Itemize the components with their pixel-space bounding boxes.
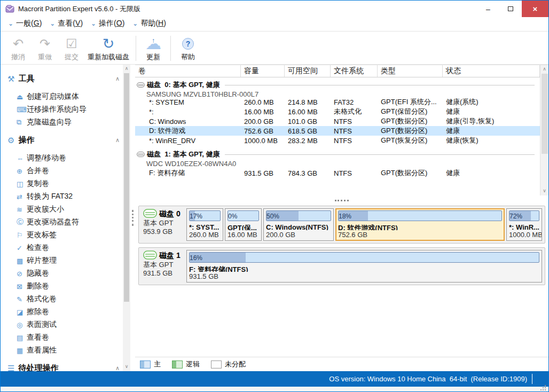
sidebar-item-change-drive-letter[interactable]: Ⓒ更改驱动器盘符 [1,216,123,229]
green-disk-icon [143,209,157,218]
operations-icon: ⚙ [7,136,14,145]
sidebar-item-resize-move-volume[interactable]: ⇔调整/移动卷 [1,152,123,164]
disk-1-info[interactable]: 磁盘 1 基本 GPT 931.5 GB [142,250,186,283]
sidebar: ⚒ 工具 ∧ ⏏创建可启动媒体 ⌨迁移操作系统向导 ⧉克隆磁盘向导 ⚙ 操作 ∧… [1,65,123,371]
menu-general[interactable]: ⌄一般(G) [5,18,46,30]
reload-disks-button[interactable]: ↻ 重新加载磁盘 [85,34,132,62]
column-volume[interactable]: 卷 [135,65,241,77]
table-row[interactable]: *:16.00 MB16.00 MB未格式化GPT(保留分区)健康 [135,107,540,116]
minimize-button[interactable]: – [477,1,499,17]
disk-group-header[interactable]: 磁盘 1: 基本 GPT, 健康 WDC WD10EZEX-08WN4A0 [135,147,540,167]
app-body: ⚒ 工具 ∧ ⏏创建可启动媒体 ⌨迁移操作系统向导 ⧉克隆磁盘向导 ⚙ 操作 ∧… [1,65,548,371]
disk-0-info[interactable]: 磁盘 0 基本 GPT 953.9 GB [142,208,186,241]
resize-grip[interactable] [545,389,546,390]
sidebar-item-clone-disk-wizard[interactable]: ⧉克隆磁盘向导 [1,116,123,129]
collapse-icon[interactable]: ∧ [115,75,120,82]
app-icon [5,5,14,13]
sidebar-item-wipe-volume[interactable]: ◪擦除卷 [1,305,123,318]
scroll-down-icon[interactable]: ∨ [125,364,129,370]
app-window: Macrorit Partition Expert v5.6.0 - 无限版 –… [0,0,549,392]
bottom-strip [1,387,548,391]
table-scrollbar[interactable]: ∧ ∨ [540,65,548,195]
table-row-selected[interactable]: D: 软件游戏752.6 GB618.5 GBNTFSGPT(数据分区)健康 [135,126,540,136]
sidebar-section-operations[interactable]: ⚙ 操作 ∧ [1,132,123,148]
surface-test-icon: ◎ [17,321,27,329]
partition-block-d-selected[interactable]: 18% D: 软件游戏(NTFS) 752.6 GB [335,208,505,241]
sidebar-item-surface-test[interactable]: ◎表面测试 [1,318,123,331]
toolbar-separator [170,36,171,61]
collapse-icon[interactable]: ∧ [115,137,120,144]
redo-icon: ↷ [40,34,50,51]
status-separator [532,374,532,384]
sidebar-section-tools[interactable]: ⚒ 工具 ∧ [1,71,123,87]
usage-bar: 17% [189,210,221,221]
scroll-down-icon[interactable]: ∨ [543,188,546,194]
column-capacity[interactable]: 容量 [241,65,285,77]
menu-view[interactable]: ⌄查看(V) [46,18,88,30]
check-volume-icon: ✓ [17,244,27,252]
partition-block-c[interactable]: 50% C: Windows(NTFS) 200.0 GB [263,208,334,241]
column-status[interactable]: 状态 [443,65,540,77]
disk-group-header[interactable]: 磁盘 0: 基本 GPT, 健康 SAMSUNG MZVLB1T0HBLR-00… [135,77,540,97]
sidebar-item-convert-to-fat32[interactable]: ⇄转换为 FAT32 [1,190,123,203]
sidebar-item-view-properties[interactable]: ▦查看属性 [1,344,123,357]
partition-block-system[interactable]: 17% *: SYST... 260.0 MB [186,208,223,241]
sidebar-item-change-label[interactable]: ⚐更改标签 [1,229,123,241]
sidebar-scrollbar-thumb[interactable] [124,73,129,302]
partition-block-f[interactable]: 16% F: 资料存储(NTFS) 931.5 GB [186,250,542,283]
chevron-down-icon: ⌄ [132,21,138,26]
sidebar-scrollbar[interactable]: ∧ ∨ [123,65,130,371]
table-row[interactable]: *: WinRE_DRV1000.0 MB283.2 MBNTFSGPT(恢复分… [135,136,540,145]
sidebar-item-hide-volume[interactable]: ⊘隐藏卷 [1,267,123,280]
sidebar-item-copy-volume[interactable]: ◫复制卷 [1,177,123,190]
column-type[interactable]: 类型 [378,65,443,77]
undo-icon: ↶ [13,34,23,51]
sidebar-item-migrate-os-wizard[interactable]: ⌨迁移操作系统向导 [1,103,123,116]
maximize-button[interactable] [499,1,522,17]
toolbar-separator [136,36,136,61]
column-free-space[interactable]: 可用空间 [285,65,331,77]
commit-button[interactable]: ☑ 提交 [58,34,85,62]
collapse-icon[interactable]: ∧ [115,365,120,371]
scroll-up-icon[interactable]: ∧ [125,66,129,72]
sidebar-item-merge-volume[interactable]: ⊕合并卷 [1,164,123,177]
logical-swatch [172,360,183,369]
undo-button[interactable]: ↶ 撤消 [5,34,32,62]
usage-bar: 50% [266,210,331,221]
help-button[interactable]: ? 帮助 [175,34,201,62]
table-panel-splitter[interactable] [135,195,548,206]
sidebar-item-check-volume[interactable]: ✓检查卷 [1,241,123,254]
wipe-volume-icon: ◪ [17,308,27,316]
menu-operation[interactable]: ⌄操作(O) [88,18,129,30]
usb-icon: ⏏ [17,93,27,101]
format-volume-icon: ✎ [17,295,27,303]
update-button[interactable]: ☁↑ 更新 [140,34,167,62]
sidebar-item-delete-volume[interactable]: ⊠删除卷 [1,280,123,293]
table-row[interactable]: C: Windows200.0 GB101.0 GBNTFSGPT(数据分区)健… [135,116,540,126]
sidebar-item-view-volume[interactable]: ▤查看卷 [1,331,123,344]
redo-button[interactable]: ↷ 重做 [32,34,58,62]
menu-bar: ⌄一般(G) ⌄查看(V) ⌄操作(O) ⌄帮助(H) [1,17,548,32]
tools-icon: ⚒ [7,74,14,84]
cluster-size-icon: ≋ [17,206,27,214]
partition-block-reserved[interactable]: 0% GPT(保... 16.00 MB [225,208,262,241]
column-file-system[interactable]: 文件系统 [331,65,378,77]
sidebar-item-create-bootable-media[interactable]: ⏏创建可启动媒体 [1,90,123,103]
sidebar-section-pending-operations[interactable]: ☰ 待处理操作 ∧ [1,360,123,371]
partition-block-winre[interactable]: 72% *: WinR... 1000.0 MB [506,208,542,241]
chevron-down-icon: ⌄ [50,21,55,26]
close-button[interactable]: × [522,1,548,17]
hide-volume-icon: ⊘ [17,270,27,278]
sidebar-item-change-cluster-size[interactable]: ≋更改簇大小 [1,203,123,216]
table-row[interactable]: *: SYSTEM260.0 MB214.8 MBFAT32GPT(EFI 系统… [135,97,540,107]
menu-operation-label: 操作(O) [99,19,124,28]
table-scrollbar-thumb[interactable] [542,74,548,154]
maximize-icon [508,6,513,11]
menu-help[interactable]: ⌄帮助(H) [129,18,171,30]
sidebar-splitter[interactable] [130,65,135,371]
disk-1-panel: 磁盘 1 基本 GPT 931.5 GB 16% F: 资料存储(NTFS) 9… [138,247,545,285]
scroll-up-icon[interactable]: ∧ [543,66,546,73]
table-row[interactable]: F: 资料存储931.5 GB784.3 GBNTFSGPT(数据分区)健康 [135,168,540,178]
sidebar-item-defragment[interactable]: ▩碎片整理 [1,254,123,267]
sidebar-item-format-volume[interactable]: ✎格式化卷 [1,293,123,305]
